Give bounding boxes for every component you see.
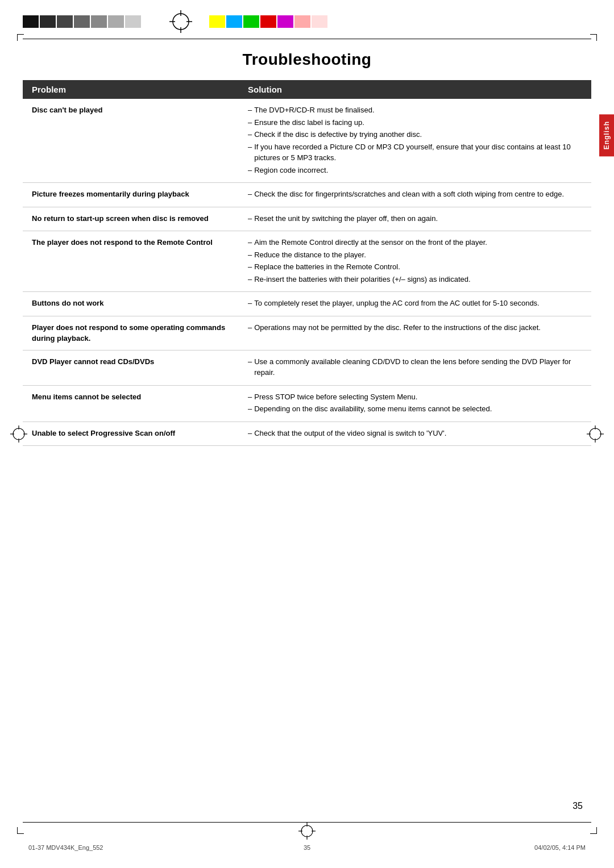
solution-dash: – xyxy=(248,189,252,200)
solution-cell: –To completely reset the player, unplug … xyxy=(239,292,591,316)
solution-text: The DVD+R/CD-R must be finalised. xyxy=(254,105,374,116)
svg-point-0 xyxy=(173,14,189,30)
solution-dash: – xyxy=(248,249,252,261)
problem-cell: The player does not respond to the Remot… xyxy=(23,231,239,292)
solution-cell: –The DVD+R/CD-R must be finalised.–Ensur… xyxy=(239,99,591,183)
solution-cell: –Check the disc for fingerprints/scratch… xyxy=(239,183,591,207)
color-block xyxy=(91,15,107,28)
solution-cell: –Use a commonly available cleaning CD/DV… xyxy=(239,350,591,385)
problem-cell: Disc can't be played xyxy=(23,99,239,183)
solution-cell: –Aim the Remote Control directly at the … xyxy=(239,231,591,292)
footer-right: 04/02/05, 4:14 PM xyxy=(534,844,586,851)
color-block xyxy=(108,15,124,28)
solution-item: –Region code incorrect. xyxy=(248,165,582,176)
solution-dash: – xyxy=(248,129,252,140)
color-block xyxy=(226,15,242,28)
color-block xyxy=(57,15,73,28)
solution-text: Check the disc for fingerprints/scratche… xyxy=(254,189,564,200)
corner-mark-bl xyxy=(17,827,24,834)
corner-mark-br xyxy=(590,827,597,834)
solution-text: Press STOP twice before selecting System… xyxy=(254,391,417,403)
solution-dash: – xyxy=(248,165,252,176)
left-crosshair-icon xyxy=(10,425,27,443)
color-block xyxy=(294,15,310,28)
header-solution: Solution xyxy=(239,80,591,99)
solution-item: –Reset the unit by switching the player … xyxy=(248,213,582,224)
color-block xyxy=(243,15,259,28)
color-block xyxy=(125,15,141,28)
right-crosshair-icon xyxy=(587,425,604,443)
solution-dash: – xyxy=(248,298,252,309)
svg-point-10 xyxy=(590,428,601,440)
solution-item: –Operations may not be permitted by the … xyxy=(248,322,582,333)
svg-point-5 xyxy=(13,428,24,440)
solution-item: –Check the disc for fingerprints/scratch… xyxy=(248,189,582,200)
solution-item: –Press STOP twice before selecting Syste… xyxy=(248,391,582,403)
solution-dash: – xyxy=(248,356,252,378)
solution-text: Region code incorrect. xyxy=(254,165,328,176)
solution-text: If you have recorded a Picture CD or MP3… xyxy=(254,141,582,164)
table-row: Disc can't be played–The DVD+R/CD-R must… xyxy=(23,99,591,183)
page-number: 35 xyxy=(572,801,583,811)
problem-cell: DVD Player cannot read CDs/DVDs xyxy=(23,350,239,385)
solution-text: Reset the unit by switching the player o… xyxy=(254,213,438,224)
solution-dash: – xyxy=(248,105,252,116)
troubleshoot-table: Problem Solution Disc can't be played–Th… xyxy=(23,80,591,446)
solution-text: Check that the output of the video signa… xyxy=(254,428,446,439)
solution-item: –Ensure the disc label is facing up. xyxy=(248,117,582,128)
side-tab-english: English xyxy=(599,114,614,156)
solution-dash: – xyxy=(248,428,252,439)
color-block xyxy=(260,15,276,28)
solution-dash: – xyxy=(248,391,252,403)
solution-text: Replace the batteries in the Remote Cont… xyxy=(254,261,400,273)
solution-item: –To completely reset the player, unplug … xyxy=(248,298,582,309)
table-row: Menu items cannot be selected–Press STOP… xyxy=(23,385,591,422)
table-row: The player does not respond to the Remot… xyxy=(23,231,591,292)
solution-item: –Depending on the disc availability, som… xyxy=(248,403,582,415)
table-row: Picture freezes momentarily during playb… xyxy=(23,183,591,207)
crosshair-icon xyxy=(169,10,192,33)
color-block xyxy=(209,15,225,28)
solution-cell: –Operations may not be permitted by the … xyxy=(239,316,591,350)
solution-dash: – xyxy=(248,117,252,128)
problem-cell: Menu items cannot be selected xyxy=(23,385,239,422)
solution-text: Use a commonly available cleaning CD/DVD… xyxy=(254,356,582,378)
solution-item: –Check if the disc is defective by tryin… xyxy=(248,129,582,140)
solution-dash: – xyxy=(248,237,252,248)
color-block xyxy=(74,15,90,28)
table-row: Buttons do not work–To completely reset … xyxy=(23,292,591,316)
header-problem: Problem xyxy=(23,80,239,99)
solution-text: Check if the disc is defective by trying… xyxy=(254,129,422,140)
solution-item: –The DVD+R/CD-R must be finalised. xyxy=(248,105,582,116)
svg-point-15 xyxy=(301,825,313,837)
solution-dash: – xyxy=(248,274,252,285)
problem-cell: Unable to select Progressive Scan on/off xyxy=(23,422,239,446)
solution-cell: –Check that the output of the video sign… xyxy=(239,422,591,446)
color-block xyxy=(277,15,293,28)
solution-dash: – xyxy=(248,213,252,224)
solution-item: –If you have recorded a Picture CD or MP… xyxy=(248,141,582,164)
corner-mark-tl xyxy=(17,34,24,41)
problem-cell: Buttons do not work xyxy=(23,292,239,316)
solution-cell: –Press STOP twice before selecting Syste… xyxy=(239,385,591,422)
problem-cell: Player does not respond to some operatin… xyxy=(23,316,239,350)
color-block xyxy=(312,15,327,28)
page-title: Troubleshooting xyxy=(0,51,614,69)
solution-item: –Replace the batteries in the Remote Con… xyxy=(248,261,582,273)
solution-text: Operations may not be permitted by the d… xyxy=(254,322,541,333)
table-row: Unable to select Progressive Scan on/off… xyxy=(23,422,591,446)
solution-item: –Re-insert the batteries with their pola… xyxy=(248,274,582,285)
bottom-crosshair-icon xyxy=(298,823,316,840)
color-blocks-left xyxy=(23,15,141,28)
solution-item: –Check that the output of the video sign… xyxy=(248,428,582,439)
solution-dash: – xyxy=(248,141,252,164)
divider-line-top xyxy=(23,39,591,39)
solution-text: To completely reset the player, unplug t… xyxy=(254,298,540,309)
solution-text: Ensure the disc label is facing up. xyxy=(254,117,364,128)
problem-cell: No return to start-up screen when disc i… xyxy=(23,207,239,231)
footer-center: 35 xyxy=(304,844,310,851)
solution-item: –Use a commonly available cleaning CD/DV… xyxy=(248,356,582,378)
corner-mark-tr xyxy=(590,34,597,41)
solution-text: Aim the Remote Control directly at the s… xyxy=(254,237,487,248)
table-row: No return to start-up screen when disc i… xyxy=(23,207,591,231)
